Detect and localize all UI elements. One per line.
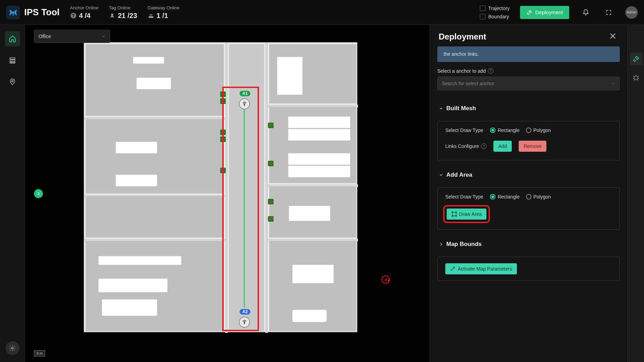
stat-label: Tag Online [109, 5, 137, 10]
radio-polygon[interactable]: Polygon [526, 127, 551, 133]
home-icon [9, 35, 16, 43]
map-selector[interactable]: Office [34, 30, 110, 43]
checkbox-icon [480, 14, 485, 19]
nav-home[interactable] [5, 31, 20, 46]
close-icon [609, 32, 617, 40]
svg-point-15 [456, 212, 457, 213]
draw-area-button[interactable]: Draw Area [447, 209, 486, 220]
chevron-down-icon [439, 173, 444, 177]
anchor-select-input[interactable]: Search for select anchor [437, 77, 620, 90]
section-title: Add Area [446, 171, 472, 178]
svg-rect-4 [149, 16, 153, 18]
info-text: the anchor links. [444, 51, 479, 57]
notifications-button[interactable] [580, 6, 592, 19]
anchor-icon [70, 12, 77, 19]
button-label: Remove [524, 143, 542, 149]
nav-location[interactable] [5, 74, 20, 89]
radio-label: Rectangle [498, 127, 519, 133]
stat-label: Anchor Online [70, 5, 98, 10]
tools-icon [526, 9, 533, 16]
nav-devices[interactable] [5, 53, 20, 68]
stat-tag: Tag Online 21 /23 [109, 5, 137, 20]
radio-icon [490, 194, 495, 200]
svg-point-9 [11, 80, 13, 82]
deployment-panel: Deployment the anchor links. Select a an… [429, 25, 644, 362]
stat-value: 1 /1 [156, 12, 168, 20]
checkbox-icon [480, 6, 485, 11]
svg-rect-7 [10, 60, 15, 62]
svg-point-10 [11, 347, 13, 349]
close-panel-button[interactable] [609, 32, 618, 42]
radio-icon [490, 127, 495, 133]
bug-icon [632, 74, 640, 81]
tools-icon [632, 55, 640, 63]
section-toggle[interactable]: Built Mesh [437, 100, 620, 117]
svg-point-5 [151, 15, 152, 16]
field-label: Links Configure? [445, 143, 486, 149]
fullscreen-button[interactable] [602, 6, 615, 19]
fullscreen-icon [606, 9, 612, 16]
stat-value: 21 /23 [118, 12, 137, 20]
section-toggle[interactable]: Add Area [437, 167, 620, 183]
gateway-icon [147, 12, 154, 19]
chevron-down-icon [439, 106, 444, 111]
toggle-label: Boundary [488, 14, 509, 19]
radio-label: Polygon [534, 194, 551, 200]
toggle-trajectory[interactable]: Trajectory [480, 6, 510, 11]
section-title: Map Bounds [446, 241, 482, 248]
radio-label: Polygon [534, 127, 551, 133]
svg-rect-13 [453, 212, 456, 216]
section-title: Built Mesh [446, 105, 476, 112]
app-title: IPS Tool [24, 7, 60, 18]
field-label: Select Draw Type [445, 127, 483, 133]
svg-point-18 [634, 76, 638, 80]
logo-wrap: IPS Tool [6, 6, 60, 19]
svg-rect-8 [10, 62, 15, 63]
button-label: Add [498, 143, 507, 149]
toggle-boundary[interactable]: Boundary [480, 14, 510, 19]
tab-debug[interactable] [630, 71, 642, 84]
svg-point-17 [456, 215, 457, 217]
section-toggle[interactable]: Map Bounds [437, 236, 620, 253]
tag-icon [109, 12, 116, 19]
map-scale: 3 m [34, 350, 45, 356]
stack-icon [9, 56, 16, 64]
nav-sidebar [0, 25, 25, 362]
chevron-right-icon [36, 191, 41, 196]
stat-gateway: Gateway Online 1 /1 [147, 5, 180, 20]
placeholder-text: Search for select anchor [442, 81, 494, 86]
svg-rect-6 [10, 58, 15, 60]
pin-icon [9, 78, 16, 86]
main-area: Office [25, 25, 644, 362]
section-add-area-header: Add Area [437, 167, 620, 183]
section-map-bounds: Activate Map Parameters [437, 257, 620, 281]
tab-tools[interactable] [630, 53, 642, 65]
radio-polygon-area[interactable]: Polygon [526, 194, 551, 200]
radio-icon [526, 194, 531, 200]
draw-icon [451, 211, 457, 217]
app-header: IPS Tool Anchor Online 4 /4 Tag Online 2… [0, 0, 644, 25]
anchor-select-label: Select a anchor to add ? [437, 68, 620, 74]
chevron-down-icon [101, 34, 106, 38]
overlay-toggles: Trajectory Boundary [480, 6, 510, 19]
help-icon[interactable]: ? [488, 68, 493, 74]
map-select-value: Office [38, 34, 51, 39]
button-label: Activate Map Parameters [458, 266, 512, 272]
logo-icon [6, 6, 20, 19]
sidebar-collapse-button[interactable] [34, 189, 43, 198]
button-label: Deployment [535, 9, 563, 15]
selected-area-highlight [222, 87, 259, 331]
map-viewport[interactable]: Office [25, 25, 429, 362]
wand-icon [450, 266, 456, 272]
stat-value: 4 /4 [79, 12, 90, 20]
radio-rectangle-area[interactable]: Rectangle [490, 194, 519, 200]
user-avatar[interactable]: Admin [625, 6, 638, 19]
add-link-button[interactable]: Add [493, 141, 512, 152]
deployment-button[interactable]: Deployment [520, 6, 569, 19]
settings-button[interactable] [6, 341, 19, 355]
panel-title: Deployment [439, 32, 486, 42]
activate-map-params-button[interactable]: Activate Map Parameters [445, 263, 517, 274]
radio-rectangle[interactable]: Rectangle [490, 127, 519, 133]
remove-link-button[interactable]: Remove [519, 141, 546, 152]
help-icon[interactable]: ? [481, 143, 486, 149]
